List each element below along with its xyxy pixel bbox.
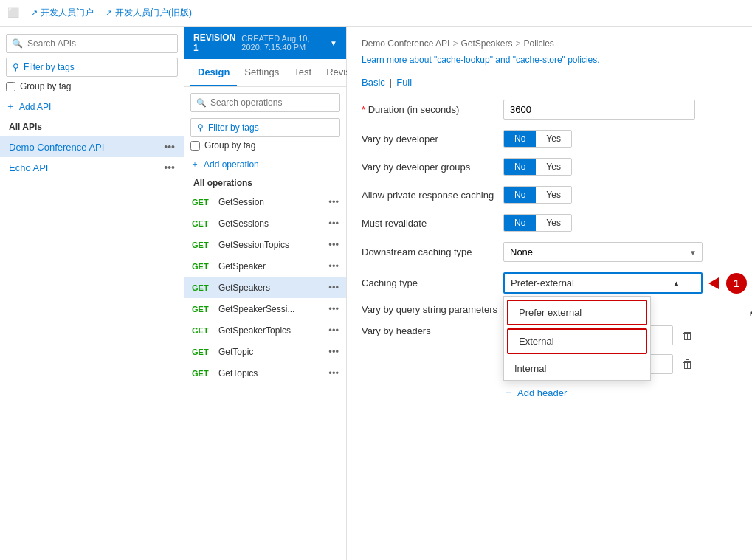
window-icon: ⬜ bbox=[7, 7, 19, 18]
op-menu-getspeakers[interactable]: ••• bbox=[328, 282, 339, 293]
breadcrumb-sep2: > bbox=[515, 38, 520, 49]
view-toggle: Basic | Full bbox=[362, 77, 737, 88]
caching-option-internal[interactable]: Internal bbox=[504, 357, 650, 380]
breadcrumb-api: Demo Conference API bbox=[362, 38, 449, 49]
add-header-plus-icon: ＋ bbox=[503, 386, 513, 399]
ops-group-checkbox[interactable] bbox=[190, 141, 200, 151]
caching-option-prefer-external[interactable]: Prefer external bbox=[507, 300, 647, 325]
caching-type-chevron-icon: ▲ bbox=[672, 279, 680, 288]
delete-header-authorization-btn[interactable]: 🗑 bbox=[679, 356, 697, 373]
add-api-btn[interactable]: ＋ Add API bbox=[6, 100, 178, 113]
op-menu-getsession[interactable]: ••• bbox=[328, 196, 339, 207]
downstream-caching-select[interactable]: None bbox=[503, 242, 703, 262]
tab-design[interactable]: Design bbox=[190, 59, 237, 86]
must-revalidate-yes-btn[interactable]: Yes bbox=[536, 215, 571, 231]
plus-icon: ＋ bbox=[6, 100, 15, 113]
api-search-input[interactable] bbox=[6, 34, 178, 53]
vary-query-label: Vary by query string parameters bbox=[362, 304, 497, 315]
vary-developer-no-btn[interactable]: No bbox=[504, 131, 536, 147]
op-menu-gss[interactable]: ••• bbox=[328, 303, 339, 314]
tab-test[interactable]: Test bbox=[286, 59, 319, 86]
op-item-getsession[interactable]: GET GetSession ••• bbox=[184, 191, 346, 212]
duration-row: Duration (in seconds) bbox=[362, 100, 737, 120]
op-menu-getspeaker[interactable]: ••• bbox=[328, 260, 339, 272]
search-icon: 🔍 bbox=[12, 38, 23, 49]
caching-option-internal-label: Internal bbox=[514, 363, 546, 374]
filter-by-tags-label: Filter by tags bbox=[24, 62, 75, 72]
caching-type-dropdown[interactable]: Prefer-external ▲ bbox=[503, 272, 703, 294]
top-tabs-row: Design Settings Test Revisions Change lo… bbox=[184, 59, 346, 87]
ops-filter-label: Filter by tags bbox=[208, 122, 259, 133]
op-item-getspeakers[interactable]: GET GetSpeakers ••• bbox=[184, 277, 346, 298]
vary-dev-groups-yes-btn[interactable]: Yes bbox=[536, 159, 571, 175]
duration-label: Duration (in seconds) bbox=[362, 104, 494, 115]
op-item-getspeakersessi[interactable]: GET GetSpeakerSessi... ••• bbox=[184, 298, 346, 319]
revision-header: REVISION 1 CREATED Aug 10, 2020, 7:15:40… bbox=[184, 27, 346, 59]
cursor: ↖ bbox=[748, 307, 752, 323]
caching-type-label: Caching type bbox=[362, 277, 494, 288]
dev-portal-link[interactable]: ↗ 开发人员门户 bbox=[31, 7, 94, 19]
op-method-getsessions: GET bbox=[192, 219, 213, 228]
op-name-gettopics: GetTopics bbox=[218, 368, 258, 378]
op-name-getspeakers: GetSpeakers bbox=[218, 283, 270, 293]
view-full-link[interactable]: Full bbox=[396, 77, 412, 88]
op-menu-gettopics[interactable]: ••• bbox=[328, 367, 339, 378]
view-basic-link[interactable]: Basic bbox=[362, 77, 385, 88]
left-sidebar: 🔍 ⚲ Filter by tags Group by tag ＋ Add AP… bbox=[0, 27, 184, 560]
ops-filter-btn[interactable]: ⚲ Filter by tags bbox=[190, 118, 340, 137]
revision-chevron-icon[interactable]: ▼ bbox=[330, 39, 337, 47]
right-panel: Demo Conference API > GetSpeakers > Poli… bbox=[347, 27, 752, 560]
delete-header-accept-charset-btn[interactable]: 🗑 bbox=[679, 327, 697, 345]
all-operations-title: All operations bbox=[184, 175, 346, 191]
op-method-gst: GET bbox=[192, 241, 213, 249]
info-link[interactable]: Learn more about "cache-lookup" and "cac… bbox=[362, 55, 737, 65]
dev-portal-old-link[interactable]: ↗ 开发人员门户(旧版) bbox=[106, 7, 192, 19]
api-menu-dots-demo[interactable]: ••• bbox=[164, 141, 175, 153]
dev-portal-old-label: 开发人员门户(旧版) bbox=[115, 7, 192, 19]
op-item-getspeakertopics[interactable]: GET GetSpeakerTopics ••• bbox=[184, 319, 346, 341]
callout-arrow bbox=[708, 277, 719, 289]
sidebar-item-demo-conference-api[interactable]: Demo Conference API ••• bbox=[0, 136, 184, 157]
breadcrumb-sep1: > bbox=[452, 38, 458, 49]
ops-group-label: Group by tag bbox=[204, 140, 255, 151]
op-item-gettopics[interactable]: GET GetTopics ••• bbox=[184, 362, 346, 384]
add-api-label: Add API bbox=[19, 102, 51, 112]
duration-input[interactable] bbox=[503, 100, 695, 120]
filter-by-tags-btn[interactable]: ⚲ Filter by tags bbox=[6, 58, 178, 77]
add-op-plus-icon: ＋ bbox=[190, 158, 199, 170]
caching-option-external-label: External bbox=[519, 336, 554, 347]
op-menu-getsessions[interactable]: ••• bbox=[328, 218, 339, 229]
add-header-label: Add header bbox=[517, 387, 567, 398]
add-operation-btn[interactable]: ＋ Add operation bbox=[190, 158, 340, 170]
group-by-tag-checkbox[interactable] bbox=[6, 82, 15, 91]
op-menu-gettopic[interactable]: ••• bbox=[328, 346, 339, 357]
must-revalidate-toggle: No Yes bbox=[503, 214, 572, 232]
tab-settings[interactable]: Settings bbox=[237, 59, 286, 86]
caching-type-value: Prefer-external bbox=[511, 277, 574, 288]
breadcrumb: Demo Conference API > GetSpeakers > Poli… bbox=[362, 38, 737, 49]
op-item-getsessiontopics[interactable]: GET GetSessionTopics ••• bbox=[184, 234, 346, 255]
ops-search-input[interactable] bbox=[190, 93, 340, 112]
sidebar-item-echo-api[interactable]: Echo API ••• bbox=[0, 157, 184, 178]
op-item-getsessions[interactable]: GET GetSessions ••• bbox=[184, 212, 346, 234]
vary-developer-yes-btn[interactable]: Yes bbox=[536, 131, 571, 147]
add-header-btn[interactable]: ＋ Add header bbox=[503, 386, 697, 399]
revision-badge: REVISION 1 bbox=[193, 32, 235, 53]
op-item-getspeaker[interactable]: GET GetSpeaker ••• bbox=[184, 255, 346, 277]
vary-dev-groups-no-btn[interactable]: No bbox=[504, 159, 536, 175]
caching-option-external[interactable]: External bbox=[507, 328, 647, 354]
op-name-gst: GetSessionTopics bbox=[218, 240, 289, 250]
op-method-gsptopics: GET bbox=[192, 326, 213, 335]
op-name-getsession: GetSession bbox=[218, 197, 264, 207]
filter-icon: ⚲ bbox=[13, 62, 19, 72]
allow-private-yes-btn[interactable]: Yes bbox=[536, 187, 571, 203]
must-revalidate-no-btn[interactable]: No bbox=[504, 215, 536, 231]
op-item-gettopic[interactable]: GET GetTopic ••• bbox=[184, 341, 346, 362]
right-content: Demo Conference API > GetSpeakers > Poli… bbox=[347, 27, 752, 560]
op-menu-gsptopics[interactable]: ••• bbox=[328, 325, 339, 336]
downstream-caching-dropdown-wrapper: None ▼ bbox=[503, 242, 703, 262]
op-menu-gst[interactable]: ••• bbox=[328, 239, 339, 250]
allow-private-no-btn[interactable]: No bbox=[504, 187, 536, 203]
vary-developer-label: Vary by developer bbox=[362, 134, 494, 145]
api-menu-dots-echo[interactable]: ••• bbox=[164, 162, 175, 173]
